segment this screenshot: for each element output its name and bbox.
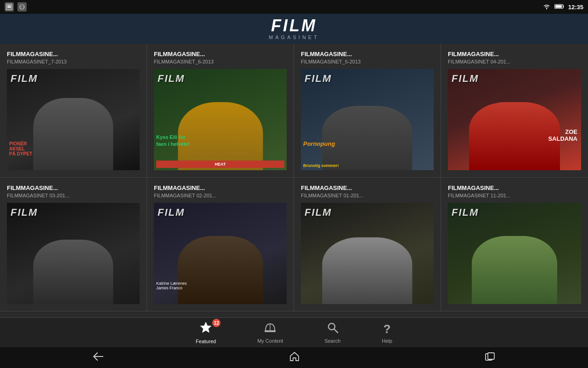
magazine-row-2: FILMMAGASINE... FILMMAGASINET 03-201... … (0, 178, 588, 311)
nav-label-search: Search (324, 338, 340, 344)
magazine-cover: FILM Katrine LærenesJames Franco (154, 203, 287, 304)
cover-image: FILM Kyss Eili forfaen i helvete! HEAT (154, 69, 287, 170)
cover-image: FILM (7, 203, 140, 304)
magazine-item[interactable]: FILMMAGASINE... FILMMAGASINET 01-201... … (294, 178, 441, 311)
tablet-icon (5, 2, 14, 12)
svg-point-6 (23, 7, 24, 7)
cover-film-logo: FILM (452, 207, 479, 218)
magazine-item[interactable]: FILMMAGASINE... FILMMAGASINET_6-2013 FIL… (147, 44, 294, 177)
cover-headline: PIONÉRAkselpå dypet (9, 141, 32, 156)
recents-button[interactable] (476, 350, 504, 365)
cover-image: FILM (301, 203, 434, 304)
svg-rect-11 (265, 330, 276, 332)
magazine-title: FILMMAGASINE... (7, 51, 58, 58)
status-left-icons (5, 2, 27, 12)
cover-film-logo: FILM (11, 73, 38, 85)
nav-bar: 12 Featured My Content (0, 317, 588, 347)
cover-film-logo: FILM (158, 73, 185, 85)
magazine-cover: FILM (448, 203, 581, 304)
svg-line-13 (334, 329, 338, 333)
magazine-item[interactable]: FILMMAGASINE... FILMMAGASINET 02-201... … (147, 178, 294, 311)
cover-person (20, 228, 126, 304)
nav-label-featured: Featured (196, 339, 216, 344)
battery-icon (554, 3, 565, 11)
magazine-subtitle: FILMMAGASINET 02-201... (154, 193, 216, 198)
magazine-cover: FILM (7, 203, 140, 304)
cover-image: FILM PIONÉRAkselpå dypet (7, 69, 140, 170)
cover-person (314, 228, 420, 304)
magazine-item[interactable]: FILMMAGASINE... FILMMAGASINET 03-201... … (0, 178, 147, 311)
magazine-cover: FILM Kyss Eili forfaen i helvete! HEAT (154, 69, 287, 170)
magazine-cover: FILM PIONÉRAkselpå dypet (7, 69, 140, 170)
cover-image: FILM (448, 203, 581, 304)
magazine-title: FILMMAGASINE... (448, 51, 499, 58)
status-bar: 12:35 (0, 0, 588, 14)
cover-zoe: ZOESALDANA (548, 128, 577, 143)
cover-person (167, 228, 273, 304)
magazine-cover: FILM Pornopung Brunstig sommer! (301, 69, 434, 170)
nav-item-help[interactable]: ? Help (375, 320, 399, 346)
cover-film-logo: FILM (11, 207, 38, 218)
magazine-subtitle: FILMMAGASINET_6-2013 (154, 59, 214, 64)
magazine-cover: FILM ZOESALDANA (448, 69, 581, 170)
cover-film-logo: FILM (452, 73, 479, 85)
cover-image: FILM Pornopung Brunstig sommer! (301, 69, 434, 170)
magazine-item[interactable]: FILMMAGASINE... FILMMAGASINET_7-2013 FIL… (0, 44, 147, 177)
search-icon (327, 322, 339, 336)
magazine-title: FILMMAGASINE... (154, 51, 205, 58)
home-button[interactable] (280, 349, 309, 366)
magazine-title: FILMMAGASINE... (7, 184, 58, 191)
featured-icon (199, 321, 212, 337)
nav-items: 12 Featured My Content (189, 319, 399, 346)
cover-kyss: Kyss Eili forfaen i helvete! (156, 134, 284, 147)
nav-badge-featured: 12 (212, 319, 220, 327)
magazine-title: FILMMAGASINE... (448, 184, 499, 191)
magazine-subtitle: FILMMAGASINET 04-201... (448, 59, 510, 64)
nav-item-featured[interactable]: 12 Featured (189, 319, 223, 346)
cover-film-logo: FILM (158, 207, 185, 218)
cover-person (461, 228, 568, 304)
magazine-item[interactable]: FILMMAGASINE... FILMMAGASINET 11-201... … (441, 178, 588, 311)
cover-person (314, 94, 420, 170)
magazine-cover: FILM (301, 203, 434, 304)
magazine-grid: FILMMAGASINE... FILMMAGASINET_7-2013 FIL… (0, 44, 588, 320)
cover-film-logo: FILM (305, 207, 332, 218)
svg-point-7 (546, 8, 547, 9)
cover-person (20, 94, 126, 170)
svg-rect-1 (7, 5, 11, 8)
nav-label-mycontent: My Content (257, 338, 283, 344)
magazine-subtitle: FILMMAGASINET 01-201... (301, 193, 363, 198)
magazine-item[interactable]: FILMMAGASINE... FILMMAGASINET_5-2013 FIL… (294, 44, 441, 177)
nav-item-mycontent[interactable]: My Content (250, 319, 290, 346)
magazine-title: FILMMAGASINE... (154, 184, 205, 191)
magazine-subtitle: FILMMAGASINET_5-2013 (301, 59, 361, 64)
help-icon: ? (384, 322, 391, 336)
magazine-item[interactable]: FILMMAGASINE... FILMMAGASINET 04-201... … (441, 44, 588, 177)
magazine-subtitle: FILMMAGASINET_7-2013 (7, 59, 67, 64)
cover-porno: Pornopung (303, 140, 335, 147)
app-title-main: FILM (269, 17, 319, 34)
app-title: FILM MAGASINET (269, 17, 319, 40)
svg-point-5 (23, 6, 23, 7)
svg-marker-10 (200, 322, 211, 333)
mycontent-icon (264, 322, 277, 336)
cover-heat: HEAT (156, 161, 284, 168)
magazine-subtitle: FILMMAGASINET 11-201... (448, 193, 510, 198)
magazine-row-1: FILMMAGASINE... FILMMAGASINET_7-2013 FIL… (0, 44, 588, 178)
cover-image: FILM Katrine LærenesJames Franco (154, 203, 287, 304)
back-button[interactable] (84, 350, 113, 366)
app-title-sub: MAGASINET (269, 35, 319, 40)
svg-rect-15 (488, 353, 494, 359)
nav-item-search[interactable]: Search (317, 319, 347, 346)
svg-rect-9 (555, 5, 562, 8)
nav-label-help: Help (382, 338, 392, 344)
magazine-title: FILMMAGASINE... (301, 51, 352, 58)
app-header: FILM MAGASINET (0, 14, 588, 44)
status-right-icons: 12:35 (543, 3, 583, 11)
cover-film-logo: FILM (305, 73, 332, 85)
wifi-icon (543, 3, 551, 11)
game-icon (17, 2, 27, 12)
cover-person (167, 94, 273, 170)
system-nav (0, 347, 588, 368)
magazine-title: FILMMAGASINE... (301, 184, 352, 191)
